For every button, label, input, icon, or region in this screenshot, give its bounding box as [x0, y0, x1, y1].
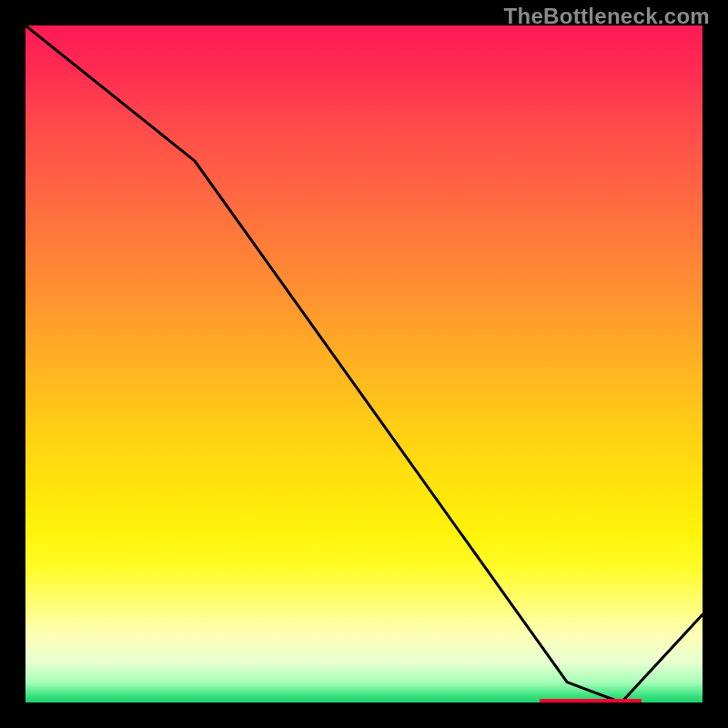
series-curve [25, 25, 703, 703]
chart-frame: TheBottleneck.com [0, 0, 728, 728]
minimum-marker [540, 699, 642, 703]
plot-area [25, 25, 703, 703]
line-plot [25, 25, 703, 703]
